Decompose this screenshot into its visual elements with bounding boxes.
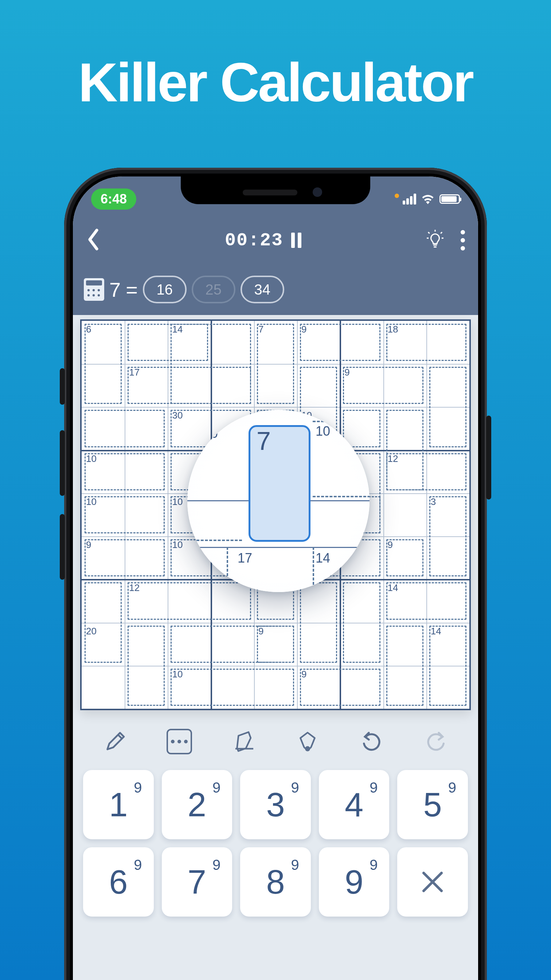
key-remaining: 9 (134, 857, 142, 873)
mute-switch (60, 368, 65, 405)
pencil-button[interactable] (97, 729, 133, 755)
key-4[interactable]: 49 (319, 770, 389, 839)
calculator-cage-value: 7 (110, 278, 121, 302)
cage-label: 9 (258, 625, 264, 637)
calculator-bar: 7 = 16 25 34 (73, 264, 478, 315)
key-remaining: 9 (213, 857, 221, 873)
key-remaining: 9 (291, 857, 299, 873)
calculator-icon[interactable] (84, 278, 104, 301)
cage-label: 14 (172, 324, 183, 335)
screen: 6:48 00:23 (73, 177, 478, 980)
key-1[interactable]: 19 (83, 770, 154, 839)
timer: 00:23 (225, 230, 302, 251)
tool-row (73, 710, 478, 765)
key-remaining: 9 (134, 780, 142, 796)
timer-value: 00:23 (225, 230, 283, 251)
undo-button[interactable] (354, 729, 390, 755)
key-remaining: 9 (213, 780, 221, 796)
back-button[interactable] (86, 228, 100, 253)
number-keypad: 192939495969798999 (73, 765, 478, 916)
cage-label: 12 (129, 582, 140, 593)
cage-label: 10 (172, 496, 183, 508)
mag-label-right: 10 (316, 424, 330, 439)
cage-label: 14 (431, 625, 441, 637)
key-3[interactable]: 39 (240, 770, 311, 839)
mag-label-br: 14 (316, 550, 330, 566)
magnified-value: 7 (257, 426, 271, 456)
recording-dot-icon (395, 194, 399, 198)
magnifier: 7 30 10 17 14 (187, 410, 370, 592)
key-7[interactable]: 79 (162, 847, 232, 916)
hero-title: Killer Calculator (0, 51, 551, 114)
key-5[interactable]: 59 (397, 770, 468, 839)
cellular-icon (403, 194, 416, 205)
hint-button[interactable] (426, 229, 445, 251)
cage-label: 14 (388, 582, 398, 593)
cage-label: 10 (86, 453, 97, 465)
key-6[interactable]: 69 (83, 847, 154, 916)
wifi-icon (421, 194, 434, 204)
cage-label: 9 (345, 367, 349, 378)
board-area: 7 30 10 17 14 61479181793071010121010171… (73, 315, 478, 710)
volume-down (60, 514, 65, 580)
mag-label-bl: 17 (238, 550, 252, 566)
status-time-pill: 6:48 (91, 188, 136, 210)
combo-option-2[interactable]: 25 (192, 275, 235, 303)
status-indicators (395, 194, 460, 205)
cage-label: 12 (388, 453, 398, 465)
menu-button[interactable] (460, 230, 465, 250)
svg-point-9 (306, 747, 310, 751)
key-8[interactable]: 89 (240, 847, 311, 916)
key-clear[interactable] (397, 847, 468, 916)
palette-eraser-button[interactable] (289, 729, 326, 755)
key-9[interactable]: 99 (319, 847, 389, 916)
equals-sign: = (126, 278, 138, 302)
notch (181, 177, 370, 204)
key-remaining: 9 (370, 857, 378, 873)
svg-line-3 (441, 232, 442, 234)
cage-label: 6 (86, 324, 91, 335)
eraser-button[interactable] (225, 729, 262, 755)
combo-option-3[interactable]: 34 (240, 275, 284, 303)
cage-label: 3 (431, 496, 436, 508)
cage-label: 20 (86, 625, 97, 637)
cage-label: 9 (302, 324, 306, 335)
cage-label: 9 (388, 539, 393, 550)
key-2[interactable]: 29 (162, 770, 232, 839)
volume-up (60, 430, 65, 496)
battery-icon (440, 194, 460, 204)
cage-label: 10 (86, 496, 97, 508)
cage-label: 7 (258, 324, 264, 335)
notes-button[interactable] (161, 729, 197, 755)
cage-label: 10 (172, 669, 183, 680)
key-remaining: 9 (448, 780, 456, 796)
cage-label: 17 (129, 367, 140, 378)
combo-option-1[interactable]: 16 (143, 275, 187, 303)
svg-line-4 (428, 232, 430, 234)
cage-label: 9 (86, 539, 91, 550)
key-remaining: 9 (291, 780, 299, 796)
key-remaining: 9 (370, 780, 378, 796)
cage-label: 10 (172, 539, 183, 550)
phone-frame: 6:48 00:23 (64, 168, 487, 980)
cage-label: 9 (302, 669, 306, 680)
sudoku-board[interactable]: 7 30 10 17 14 61479181793071010121010171… (80, 320, 471, 710)
redo-button[interactable] (418, 729, 454, 755)
cage-label: 30 (172, 410, 183, 421)
pause-button[interactable] (291, 232, 302, 248)
power-button (486, 415, 491, 500)
cage-label: 18 (388, 324, 398, 335)
app-header: 00:23 (73, 216, 478, 264)
